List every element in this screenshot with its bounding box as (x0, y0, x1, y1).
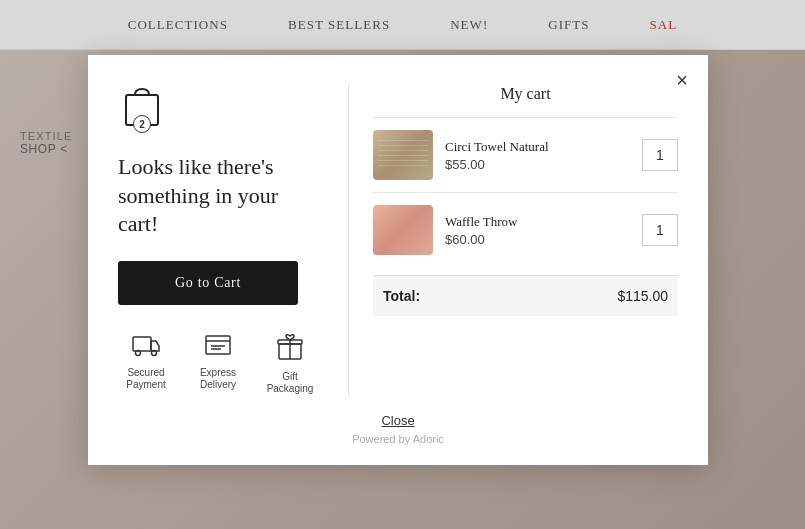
close-link[interactable]: Close (381, 413, 414, 428)
cart-item-waffle-throw: Waffle Throw $60.00 1 (373, 192, 678, 267)
modal-left: 2 Looks like there's something in your c… (118, 85, 318, 395)
total-label: Total: (383, 288, 420, 304)
svg-point-3 (152, 350, 157, 355)
cart-message: Looks like there's something in your car… (118, 153, 318, 239)
svg-rect-1 (133, 337, 151, 351)
go-to-cart-button[interactable]: Go to Cart (118, 261, 298, 305)
svg-point-2 (136, 350, 141, 355)
feature-gift-packaging: GiftPackaging (262, 333, 318, 395)
cart-badge: 2 (133, 115, 151, 133)
modal-right: My cart Circi Towel Natural $55.00 1 Waf… (348, 85, 678, 395)
svg-rect-4 (206, 336, 230, 354)
waffle-throw-qty[interactable]: 1 (642, 214, 678, 246)
gift-packaging-label: GiftPackaging (267, 371, 314, 395)
waffle-throw-image (373, 205, 433, 255)
features-list: SecuredPayment ExpressDelivery (118, 333, 318, 395)
powered-by: Powered by Adoric (118, 433, 678, 445)
secured-payment-label: SecuredPayment (126, 367, 165, 391)
circi-towel-qty[interactable]: 1 (642, 139, 678, 171)
cart-total-row: Total: $115.00 (373, 275, 678, 316)
waffle-throw-price: $60.00 (445, 232, 630, 247)
truck-icon (132, 333, 160, 361)
circi-towel-image (373, 130, 433, 180)
feature-secured-payment: SecuredPayment (118, 333, 174, 395)
modal-footer: Close Powered by Adoric (118, 411, 678, 445)
waffle-throw-name: Waffle Throw (445, 214, 630, 230)
express-icon (204, 333, 232, 361)
total-value: $115.00 (617, 288, 668, 304)
cart-item-circi-towel: Circi Towel Natural $55.00 1 (373, 117, 678, 192)
cart-title: My cart (373, 85, 678, 103)
cart-modal: × 2 Looks like there's something in your… (88, 55, 708, 465)
cart-icon-wrapper: 2 (118, 85, 166, 137)
modal-close-button[interactable]: × (676, 70, 688, 90)
modal-body: 2 Looks like there's something in your c… (118, 85, 678, 395)
express-delivery-label: ExpressDelivery (200, 367, 236, 391)
gift-icon (276, 333, 304, 365)
waffle-throw-details: Waffle Throw $60.00 (445, 214, 630, 247)
feature-express-delivery: ExpressDelivery (190, 333, 246, 395)
circi-towel-price: $55.00 (445, 157, 630, 172)
circi-towel-details: Circi Towel Natural $55.00 (445, 139, 630, 172)
circi-towel-name: Circi Towel Natural (445, 139, 630, 155)
